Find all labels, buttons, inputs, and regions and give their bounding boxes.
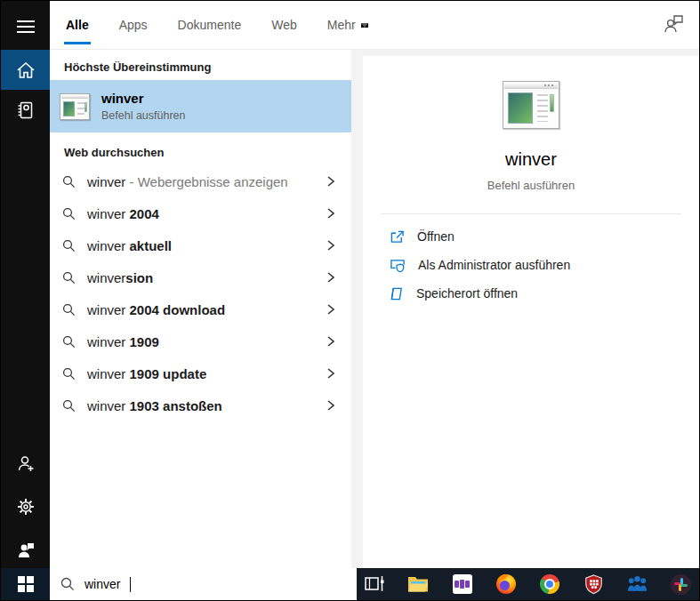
suggestion-text-bold: 1903 anstoßen	[130, 398, 222, 413]
web-suggestion-row[interactable]: winver - Webergebnisse anzeigen	[50, 165, 351, 197]
web-suggestion-row[interactable]: winver 1909	[50, 325, 351, 357]
chevron-right-icon[interactable]	[326, 303, 335, 316]
web-suggestion-row[interactable]: winver aktuell	[50, 229, 351, 261]
web-suggestion-row[interactable]: winver 1909 update	[50, 357, 351, 389]
best-match-header: Höchste Übereinstimmung	[50, 50, 351, 80]
details-region: winver Befehl ausführen Öffnen	[351, 50, 699, 570]
web-suggestion-row[interactable]: winver 1903 anstoßen	[50, 389, 351, 421]
search-icon	[62, 239, 76, 252]
search-icon	[62, 367, 76, 381]
journal-icon	[16, 100, 36, 120]
action-label: Öffnen	[417, 229, 455, 244]
bottom-bar: winver	[1, 568, 699, 600]
home-button[interactable]	[1, 50, 50, 90]
tab-web[interactable]: Web	[270, 1, 299, 49]
tab-label: Web	[271, 18, 297, 32]
chevron-right-icon[interactable]	[326, 175, 335, 188]
file-location-icon	[390, 286, 404, 301]
firefox-button[interactable]	[495, 573, 518, 596]
results-pane: Höchste Übereinstimmung winver Befehl au…	[50, 50, 351, 570]
feedback-button[interactable]	[1, 530, 50, 570]
action-open-file-location[interactable]: Speicherort öffnen	[390, 279, 699, 308]
suggestion-text: winver	[87, 334, 130, 349]
start-button[interactable]	[1, 568, 50, 600]
suggestion-text-bold: 2004 download	[130, 302, 226, 317]
user-speech-bubble-icon	[662, 12, 685, 36]
details-card: winver Befehl ausführen Öffnen	[363, 56, 699, 570]
best-match-title: winver	[101, 91, 186, 106]
left-rail	[1, 1, 50, 570]
suggestion-text-bold: 2004	[130, 206, 159, 221]
chevron-right-icon[interactable]	[326, 367, 335, 380]
settings-button[interactable]	[1, 486, 50, 526]
slack-icon	[671, 574, 691, 595]
suggestion-text-bold: sion	[125, 270, 153, 285]
search-icon	[62, 271, 76, 284]
suggestion-text: winver	[87, 366, 130, 381]
security-app-button[interactable]	[582, 573, 605, 596]
journal-button[interactable]	[1, 90, 50, 130]
suggestion-text: winver	[87, 174, 125, 189]
best-match-subtitle: Befehl ausführen	[101, 109, 186, 122]
search-icon	[60, 577, 75, 591]
chevron-right-icon[interactable]	[326, 207, 335, 220]
purple-app-button[interactable]	[451, 573, 474, 596]
open-icon	[390, 229, 405, 244]
admin-shield-icon	[390, 258, 406, 273]
search-icon	[62, 399, 76, 413]
chrome-button[interactable]	[538, 573, 561, 596]
settings-gear-icon	[16, 497, 36, 517]
chrome-icon	[540, 574, 559, 594]
menu-button[interactable]	[1, 6, 50, 46]
user-account-button[interactable]	[662, 12, 685, 39]
tab-alle[interactable]: Alle	[64, 1, 91, 49]
file-explorer-button[interactable]	[406, 573, 430, 596]
tab-mehr[interactable]: Mehr	[326, 1, 370, 49]
search-input-value: winver	[84, 577, 120, 591]
details-subtitle: Befehl ausführen	[487, 179, 575, 192]
suggestion-text: winver	[87, 270, 125, 285]
tab-dokumente[interactable]: Dokumente	[176, 1, 244, 49]
taskbar-search-input[interactable]: winver	[50, 568, 357, 600]
web-search-header: Web durchsuchen	[50, 132, 351, 165]
winver-app-icon-large	[503, 81, 559, 129]
tab-label: Dokumente	[178, 18, 242, 32]
suggestion-text-bold: 1909	[130, 334, 159, 349]
chevron-right-icon[interactable]	[326, 335, 335, 348]
tab-apps[interactable]: Apps	[117, 1, 149, 49]
add-user-icon	[16, 454, 36, 474]
slack-button[interactable]	[670, 573, 693, 596]
tab-label: Alle	[66, 18, 89, 32]
tab-label: Mehr	[327, 18, 356, 32]
search-icon	[62, 303, 76, 317]
action-run-as-admin[interactable]: Als Administrator ausführen	[390, 251, 699, 279]
winver-app-icon	[60, 93, 90, 120]
suggestion-text: winver	[87, 206, 130, 221]
chevron-right-icon[interactable]	[326, 271, 335, 284]
suggestion-text-bold: aktuell	[130, 238, 173, 253]
best-match-result[interactable]: winver Befehl ausführen	[50, 80, 351, 132]
web-suggestion-row[interactable]: winversion	[50, 261, 351, 293]
tab-label: Apps	[119, 18, 148, 32]
hamburger-icon	[16, 20, 36, 34]
web-suggestion-row[interactable]: winver 2004	[50, 197, 351, 229]
contacts-app-button[interactable]	[626, 573, 649, 596]
suggestion-text-gray: - Webergebnisse anzeigen	[125, 174, 287, 189]
feedback-person-icon	[16, 541, 36, 560]
purple-app-icon	[453, 574, 472, 594]
chevron-right-icon[interactable]	[326, 239, 335, 252]
task-view-button[interactable]	[363, 573, 386, 596]
task-view-icon	[364, 574, 385, 594]
windows-start-icon	[18, 576, 34, 592]
taskbar	[357, 568, 699, 600]
search-icon	[62, 335, 76, 349]
chevron-right-icon[interactable]	[326, 399, 335, 412]
action-open[interactable]: Öffnen	[390, 222, 699, 251]
add-account-button[interactable]	[1, 444, 50, 484]
action-label: Speicherort öffnen	[416, 286, 518, 300]
file-explorer-icon	[407, 575, 429, 593]
text-caret	[130, 577, 131, 592]
web-suggestion-row[interactable]: winver 2004 download	[50, 293, 351, 325]
suggestion-text: winver	[87, 302, 130, 317]
search-filter-tabs: Alle Apps Dokumente Web Mehr	[50, 1, 699, 50]
